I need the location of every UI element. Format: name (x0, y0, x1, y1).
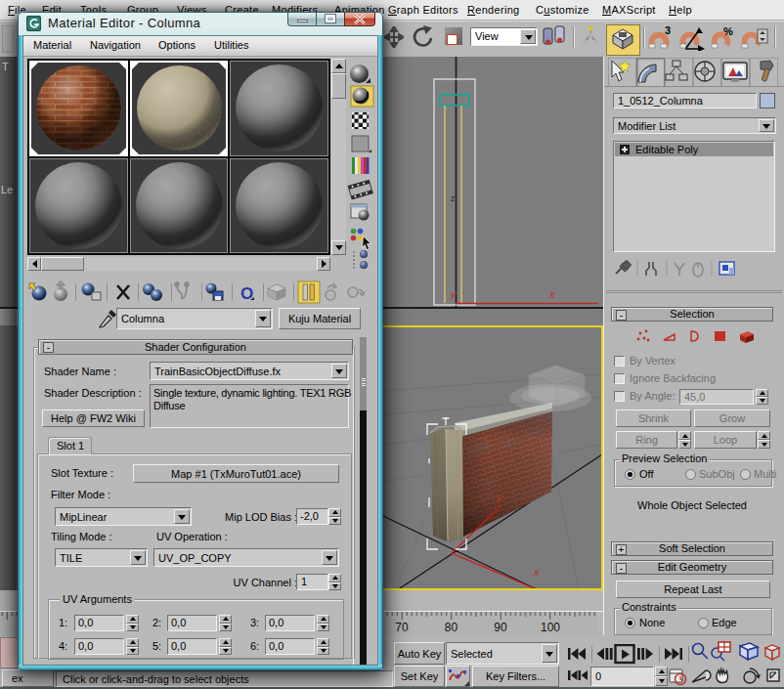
svg-text:z: z (451, 194, 456, 203)
svg-text:100: 100 (541, 621, 560, 634)
svg-text:90: 90 (494, 621, 507, 634)
svg-text:%: % (723, 25, 733, 37)
svg-text:x: x (533, 566, 540, 578)
svg-text:3: 3 (665, 25, 671, 36)
svg-text:70: 70 (395, 621, 409, 634)
svg-text:x: x (548, 288, 555, 300)
svg-text:O: O (240, 284, 253, 303)
svg-text:80: 80 (445, 621, 458, 634)
